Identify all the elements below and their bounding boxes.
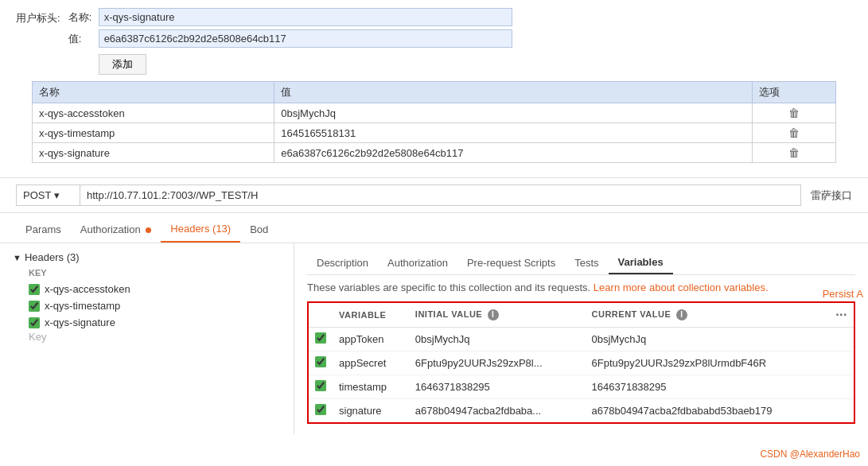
user-header-row: 用户标头: 名称: 值: 添加 bbox=[16, 8, 852, 75]
header-checkbox[interactable] bbox=[29, 301, 40, 312]
left-items-container: x-qys-accesstoken x-qys-timestamp x-qys-… bbox=[13, 281, 281, 331]
var-checkbox[interactable] bbox=[315, 380, 326, 391]
tab-params[interactable]: Params bbox=[16, 217, 71, 242]
table-row: appSecret 6Fptu9py2UURJs29zxP8l... 6Fptu… bbox=[309, 351, 854, 375]
var-checkbox[interactable] bbox=[315, 404, 326, 415]
current-info-icon[interactable]: i bbox=[676, 309, 687, 320]
header-delete[interactable]: 🗑 bbox=[753, 103, 836, 123]
name-field-row: 名称: bbox=[68, 8, 852, 26]
var-checkbox-cell[interactable] bbox=[309, 375, 333, 399]
variables-table-wrapper: VARIABLE INITIAL VALUE i CURRENT VALUE i… bbox=[307, 301, 855, 424]
header-checkbox[interactable] bbox=[29, 284, 40, 295]
method-chevron-icon: ▾ bbox=[54, 189, 60, 201]
header-checkbox[interactable] bbox=[29, 317, 40, 328]
user-header-fields: 名称: 值: 添加 bbox=[68, 8, 852, 75]
persist-link[interactable]: Persist A bbox=[818, 283, 868, 305]
left-panel: ▼ Headers (3) KEY x-qys-accesstoken x-qy… bbox=[0, 243, 294, 434]
var-variable: appSecret bbox=[333, 351, 409, 375]
delete-icon[interactable]: 🗑 bbox=[788, 107, 800, 119]
table-row: x-qys-accesstoken 0bsjMychJq 🗑 bbox=[33, 103, 836, 123]
table-row: timestamp 1646371838295 1646371838295 bbox=[309, 375, 854, 399]
url-bar: POST ▾ 雷萨接口 bbox=[0, 177, 868, 213]
var-initial: 0bsjMychJq bbox=[409, 328, 586, 351]
header-value: 0bsjMychJq bbox=[274, 103, 753, 123]
value-input[interactable] bbox=[99, 29, 512, 48]
var-checkbox[interactable] bbox=[315, 356, 326, 367]
collection-desc-text: These variables are specific to this col… bbox=[307, 282, 590, 293]
add-button[interactable]: 添加 bbox=[99, 54, 146, 75]
col-initial-header: INITIAL VALUE i bbox=[409, 303, 586, 328]
col-name: 名称 bbox=[33, 82, 274, 103]
header-name: x-qys-timestamp bbox=[33, 123, 274, 143]
value-label: 值: bbox=[68, 32, 92, 46]
table-row: appToken 0bsjMychJq 0bsjMychJq bbox=[309, 328, 854, 351]
header-delete[interactable]: 🗑 bbox=[753, 143, 836, 163]
header-delete[interactable]: 🗑 bbox=[753, 123, 836, 143]
method-select[interactable]: POST ▾ bbox=[16, 184, 80, 206]
col-options: 选项 bbox=[753, 82, 836, 103]
more-options-icon[interactable]: ··· bbox=[835, 308, 847, 321]
url-input[interactable] bbox=[80, 184, 801, 206]
header-key-label: x-qys-timestamp bbox=[45, 300, 120, 312]
var-current: 0bsjMychJq bbox=[586, 328, 830, 351]
var-more bbox=[829, 399, 854, 423]
left-section-label: Headers (3) bbox=[25, 251, 80, 263]
user-header-section: 用户标头: 名称: 值: 添加 名称 值 选项 x-qys-accesstok bbox=[0, 0, 868, 171]
right-tab-variables[interactable]: Variables bbox=[609, 251, 673, 274]
left-header-item: x-qys-accesstoken bbox=[13, 281, 281, 297]
learn-more-link[interactable]: Learn more about collection variables. bbox=[594, 282, 769, 293]
var-checkbox[interactable] bbox=[315, 332, 326, 344]
right-tabs-row: Description Authorization Pre-request Sc… bbox=[307, 251, 855, 275]
user-headers-table: 名称 值 选项 x-qys-accesstoken 0bsjMychJq 🗑 x… bbox=[32, 81, 836, 163]
var-checkbox-cell[interactable] bbox=[309, 328, 333, 351]
right-tab-tests[interactable]: Tests bbox=[565, 252, 608, 274]
tab-body[interactable]: Bod bbox=[240, 217, 278, 242]
table-row: x-qys-signature e6a6387c6126c2b92d2e5808… bbox=[33, 143, 836, 163]
left-header-item: x-qys-timestamp bbox=[13, 297, 281, 314]
add-button-wrapper: 添加 bbox=[68, 51, 852, 75]
delete-icon[interactable]: 🗑 bbox=[788, 126, 800, 139]
tab-headers[interactable]: Headers (13) bbox=[161, 216, 240, 243]
expand-arrow-icon[interactable]: ▼ bbox=[13, 253, 21, 262]
col-value: 值 bbox=[274, 82, 753, 103]
key-placeholder: Key bbox=[13, 331, 281, 343]
right-tab-prerequest[interactable]: Pre-request Scripts bbox=[457, 252, 565, 274]
col-variable-header: VARIABLE bbox=[333, 303, 409, 328]
var-current: 1646371838295 bbox=[586, 375, 830, 399]
left-header-item: x-qys-signature bbox=[13, 314, 281, 331]
var-current: a678b04947acba2fdbababd53baeb179 bbox=[586, 399, 830, 423]
left-tabs-row: Params Authorization Headers (13) Bod bbox=[0, 216, 868, 243]
header-key-label: x-qys-signature bbox=[45, 316, 115, 328]
col-more-header: ··· bbox=[829, 303, 854, 328]
initial-info-icon[interactable]: i bbox=[488, 309, 499, 320]
col-current-header: CURRENT VALUE i bbox=[586, 303, 830, 328]
var-more bbox=[829, 328, 854, 351]
delete-icon[interactable]: 🗑 bbox=[788, 146, 800, 159]
header-value: e6a6387c6126c2b92d2e5808e64cb117 bbox=[274, 143, 753, 163]
right-tab-description[interactable]: Description bbox=[307, 252, 378, 274]
authorization-dot bbox=[146, 227, 151, 233]
header-name: x-qys-signature bbox=[33, 143, 274, 163]
header-value: 1645165518131 bbox=[274, 123, 753, 143]
table-row: x-qys-timestamp 1645165518131 🗑 bbox=[33, 123, 836, 143]
collection-description: These variables are specific to this col… bbox=[307, 282, 855, 293]
var-variable: timestamp bbox=[333, 375, 409, 399]
name-input[interactable] bbox=[99, 8, 512, 26]
user-header-label: 用户标头: bbox=[16, 8, 60, 25]
var-more bbox=[829, 375, 854, 399]
header-key-label: x-qys-accesstoken bbox=[45, 283, 130, 295]
variables-table: VARIABLE INITIAL VALUE i CURRENT VALUE i… bbox=[309, 303, 854, 422]
key-column-label: KEY bbox=[13, 268, 281, 278]
var-initial: a678b04947acba2fdbaba... bbox=[409, 399, 586, 423]
table-row: signature a678b04947acba2fdbaba... a678b… bbox=[309, 399, 854, 423]
tab-authorization[interactable]: Authorization bbox=[71, 217, 162, 242]
header-name: x-qys-accesstoken bbox=[33, 103, 274, 123]
var-checkbox-cell[interactable] bbox=[309, 399, 333, 423]
var-initial: 6Fptu9py2UURJs29zxP8l... bbox=[409, 351, 586, 375]
var-variable: signature bbox=[333, 399, 409, 423]
right-tab-authorization[interactable]: Authorization bbox=[378, 252, 457, 274]
var-checkbox-cell[interactable] bbox=[309, 351, 333, 375]
var-initial: 1646371838295 bbox=[409, 375, 586, 399]
value-field-row: 值: bbox=[68, 29, 852, 48]
var-current: 6Fptu9py2UURJs29zxP8lUrmdbF46R bbox=[586, 351, 830, 375]
